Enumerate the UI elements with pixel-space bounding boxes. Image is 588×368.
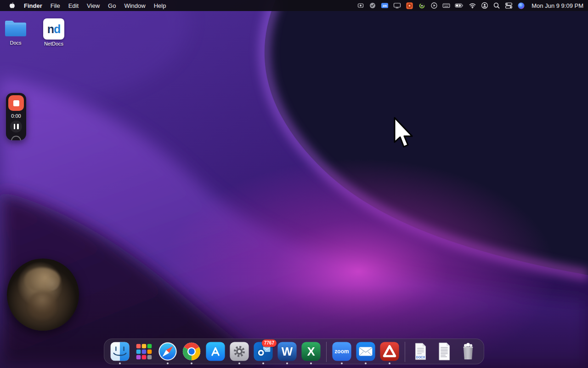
- svg-text:X: X: [307, 345, 315, 358]
- acrobat-icon: [379, 341, 400, 362]
- menu-help[interactable]: Help: [150, 2, 170, 9]
- dock-safari[interactable]: [157, 341, 179, 365]
- excel-icon: X: [300, 341, 322, 362]
- webcam-overlay[interactable]: [7, 259, 79, 331]
- dock-document-file[interactable]: [433, 341, 455, 365]
- desktop-icon-label: NetDocs: [44, 41, 63, 46]
- menu-file[interactable]: File: [46, 2, 64, 9]
- dock-acrobat[interactable]: [379, 341, 401, 365]
- play-circle-icon[interactable]: [428, 0, 440, 11]
- recording-widget: 0:00: [6, 93, 26, 140]
- dock-app-store[interactable]: [204, 341, 226, 365]
- dock-excel[interactable]: X: [300, 341, 322, 365]
- apple-icon: [9, 2, 16, 9]
- dock-chrome[interactable]: [181, 341, 203, 365]
- menu-view[interactable]: View: [83, 2, 104, 9]
- keyboard-icon[interactable]: [440, 0, 452, 11]
- dock-system-preferences[interactable]: [228, 341, 250, 365]
- document-file-icon: [434, 341, 455, 362]
- app-store-icon: [205, 341, 226, 362]
- dock-launchpad[interactable]: [133, 341, 155, 365]
- menu-window[interactable]: Window: [120, 2, 149, 9]
- wifi-icon[interactable]: [466, 0, 479, 11]
- pause-recording-button[interactable]: [10, 121, 22, 132]
- desktop: Finder File Edit View Go Window Help zm: [0, 0, 588, 368]
- dock-mail[interactable]: [355, 341, 377, 365]
- menu-clock[interactable]: Mon Jun 9 9:09 PM: [527, 2, 583, 9]
- outlook-unread-badge: 7767: [262, 339, 277, 347]
- folder-icon: [4, 18, 28, 38]
- launchpad-icon: [133, 341, 154, 362]
- dock-separator: [405, 342, 405, 362]
- wallpaper: [0, 0, 588, 368]
- check-circle-icon[interactable]: [367, 0, 379, 11]
- spotlight-search-icon[interactable]: [491, 0, 503, 11]
- dock-docx-file[interactable]: DOCX: [409, 341, 431, 365]
- dock-outlook[interactable]: 7767: [252, 341, 274, 365]
- record-chip-icon[interactable]: [355, 0, 367, 11]
- word-icon: W: [277, 341, 298, 362]
- display-icon[interactable]: [391, 0, 403, 11]
- recorder-app-icon[interactable]: [403, 0, 416, 11]
- pause-icon: [14, 124, 16, 129]
- dock: 7767 W X: [104, 339, 484, 364]
- desktop-icon-label: Docs: [10, 40, 21, 46]
- menu-bar: Finder File Edit View Go Window Help zm: [0, 0, 588, 11]
- user-account-icon[interactable]: [479, 0, 491, 11]
- dock-trash[interactable]: [457, 341, 479, 365]
- battery-charging-icon[interactable]: [452, 0, 466, 11]
- dock-zoom[interactable]: zoom: [331, 341, 353, 365]
- menu-edit[interactable]: Edit: [64, 2, 83, 9]
- desktop-icon-netdocs[interactable]: nd NetDocs: [38, 18, 69, 46]
- recording-timer: 0:00: [11, 113, 21, 119]
- menu-go[interactable]: Go: [104, 2, 120, 9]
- stop-icon: [13, 100, 19, 106]
- active-app-menu[interactable]: Finder: [20, 2, 46, 9]
- trash-full-icon: [458, 341, 479, 362]
- siri-icon[interactable]: [515, 0, 527, 11]
- dock-word[interactable]: W: [276, 341, 298, 365]
- stop-recording-button[interactable]: [8, 95, 24, 111]
- safari-icon: [157, 341, 178, 362]
- mail-icon: [355, 341, 376, 362]
- svg-text:DOCX: DOCX: [416, 356, 425, 359]
- ring-logo-icon[interactable]: [416, 0, 428, 11]
- finder-icon: [109, 341, 130, 362]
- netdocs-app-icon: nd: [43, 18, 64, 40]
- desktop-icon-docs[interactable]: Docs: [0, 17, 31, 46]
- chrome-icon: [181, 341, 202, 362]
- dock-finder[interactable]: [109, 341, 131, 365]
- recorder-extra-button[interactable]: [11, 136, 21, 140]
- svg-text:zoom: zoom: [334, 348, 349, 355]
- gear-icon: [229, 341, 250, 362]
- zoom-menubar-icon[interactable]: zm: [379, 0, 391, 11]
- svg-text:zm: zm: [383, 4, 387, 7]
- control-center-icon[interactable]: [503, 0, 515, 11]
- dock-separator: [326, 342, 327, 362]
- apple-menu[interactable]: [5, 2, 20, 9]
- docx-file-icon: DOCX: [410, 341, 431, 362]
- zoom-icon: zoom: [331, 341, 352, 362]
- svg-text:W: W: [282, 345, 293, 358]
